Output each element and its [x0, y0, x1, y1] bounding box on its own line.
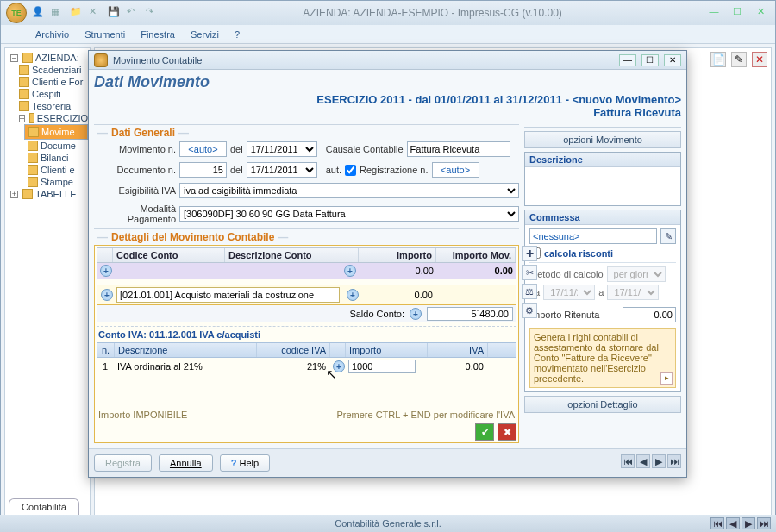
dettagli-blank-row[interactable]: + + 0.00 0.00 — [97, 263, 516, 279]
tree-esercizio[interactable]: ESERCIZIO — [37, 113, 88, 123]
confirm-ok-button[interactable]: ✔ — [475, 423, 494, 441]
menu-servizi[interactable]: Servizi — [191, 29, 219, 40]
footer-tab[interactable]: Contabilità — [9, 498, 79, 515]
footer-right: Premere CTRL + END per modificare l'IVA — [336, 410, 515, 420]
dialog-buttons: Registra Annulla Help ⏮ ◀ ▶ ⏭ — [89, 448, 686, 477]
del-label-2: del — [230, 165, 243, 175]
aut-label: aut. — [326, 165, 341, 175]
tool-cut-icon[interactable]: ✂ — [522, 265, 537, 280]
expand-icon[interactable]: – — [10, 54, 18, 62]
commessa-edit-icon[interactable]: ✎ — [660, 228, 676, 244]
mov-n-input[interactable] — [179, 141, 227, 157]
app-logo-icon: TE — [6, 3, 27, 23]
menu-archivio[interactable]: Archivio — [35, 29, 69, 40]
opzioni-movimento-button[interactable]: opzioni Movimento — [524, 131, 681, 148]
conto-input[interactable] — [116, 287, 340, 303]
tree-item[interactable]: Scadenziari — [32, 65, 81, 75]
page-heading: Dati Movimento — [94, 73, 681, 91]
row-add-icon[interactable]: + — [344, 265, 356, 277]
tree-item[interactable]: Cespiti — [32, 89, 61, 99]
warning-action-icon[interactable]: ▸ — [660, 372, 673, 385]
saldo-add-icon[interactable]: + — [410, 308, 422, 320]
iva-value: 0.00 — [427, 360, 487, 373]
dettagli-row-1[interactable]: + + 0.00 — [97, 285, 516, 305]
menu-finestra[interactable]: Finestra — [141, 29, 175, 40]
tree-item[interactable]: Tesoreria — [32, 101, 71, 111]
tree-item[interactable]: Clienti e For — [32, 77, 83, 87]
commessa-input[interactable] — [529, 228, 657, 244]
doc-date-select[interactable]: 17/11/2011 — [247, 162, 317, 178]
toolbar-person-icon[interactable]: 👤 — [32, 6, 46, 20]
doc-n-input[interactable] — [179, 162, 227, 178]
inner-body: Dati Movimento ESERCIZIO 2011 - dal 01/0… — [89, 70, 686, 448]
mov-n-label: Movimento n. — [94, 144, 176, 154]
inner-close-button[interactable]: ✕ — [664, 54, 681, 66]
row-add-icon[interactable]: + — [100, 265, 112, 277]
tree-movimenti[interactable]: Movime — [41, 127, 75, 137]
row-imp: 0.00 — [359, 288, 436, 302]
toolbar-undo-icon[interactable]: ↶ — [127, 6, 141, 20]
nav-last-icon[interactable]: ⏭ — [757, 517, 771, 529]
col-codice: Codice Conto — [113, 248, 225, 262]
toolbar-redo-icon[interactable]: ↷ — [146, 6, 160, 20]
descrizione-textarea[interactable] — [529, 171, 676, 205]
close-button[interactable]: ✕ — [751, 6, 770, 20]
nav-first-icon[interactable]: ⏮ — [710, 517, 724, 529]
opzioni-dettaglio-button[interactable]: opzioni Dettaglio — [524, 396, 681, 413]
annulla-button[interactable]: Annulla — [159, 454, 213, 472]
doc-icon[interactable]: 📄 — [710, 52, 726, 67]
minimize-button[interactable]: — — [704, 6, 723, 20]
toolbar-save-icon[interactable]: 💾 — [108, 6, 122, 20]
exercise-line: ESERCIZIO 2011 - dal 01/01/2011 al 31/12… — [94, 93, 681, 106]
toolbar-grid-icon[interactable]: ▦ — [51, 6, 65, 20]
iva-add-icon[interactable]: + — [333, 360, 345, 372]
dettagli-tools: ✚ ✂ ⚖ ⚙ — [522, 246, 537, 318]
reg-input[interactable] — [432, 162, 479, 178]
tree-item[interactable]: Stampe — [41, 177, 73, 187]
row-add-icon[interactable]: + — [101, 289, 113, 301]
registra-button[interactable]: Registra — [94, 454, 152, 472]
causale-input[interactable] — [407, 141, 510, 157]
window-buttons: — ☐ ✕ — [703, 6, 770, 20]
pag-select[interactable]: [306090DF] 30 60 90 GG Data Fattura — [179, 206, 519, 222]
nav-next-icon[interactable]: ▶ — [742, 517, 755, 529]
menu-strumenti[interactable]: Strumenti — [84, 29, 125, 40]
nav-prev-icon[interactable]: ◀ — [726, 517, 740, 529]
row-add-icon[interactable]: + — [347, 289, 359, 301]
help-button[interactable]: Help — [220, 454, 270, 472]
delete-icon[interactable]: ✕ — [752, 52, 767, 67]
nav-tree[interactable]: –AZIENDA: Scadenziari Clienti e For Cesp… — [4, 47, 91, 528]
folder-icon — [19, 101, 29, 111]
iva-row-1[interactable]: 1 IVA ordinaria al 21% 21% + 0.00 — [97, 358, 516, 375]
tool-gear-icon[interactable]: ⚙ — [522, 303, 537, 318]
dlg-nav-first-icon[interactable]: ⏮ — [621, 454, 635, 468]
toolbar-folder-icon[interactable]: 📁 — [70, 6, 84, 20]
mov-date-select[interactable]: 17/11/2011 — [247, 141, 317, 157]
tree-item[interactable]: Clienti e — [41, 165, 75, 175]
ritenuta-input[interactable] — [623, 307, 676, 322]
dlg-nav-last-icon[interactable]: ⏭ — [667, 454, 681, 468]
menu-help[interactable]: ? — [235, 29, 240, 40]
dlg-nav-next-icon[interactable]: ▶ — [652, 454, 666, 468]
tool-plus-icon[interactable]: ✚ — [522, 246, 537, 261]
tree-item[interactable]: Docume — [41, 141, 76, 151]
inner-maximize-button[interactable]: ☐ — [641, 54, 659, 66]
edit-icon[interactable]: ✎ — [731, 52, 747, 67]
folder-icon — [22, 53, 33, 63]
maximize-button[interactable]: ☐ — [728, 6, 747, 20]
tree-root[interactable]: AZIENDA: — [35, 53, 79, 63]
tool-balance-icon[interactable]: ⚖ — [522, 284, 537, 299]
tree-tabelle[interactable]: TABELLE — [35, 189, 77, 199]
toolbar-close-icon[interactable]: ✕ — [89, 6, 103, 20]
inner-minimize-button[interactable]: — — [619, 54, 636, 66]
expand-icon[interactable]: – — [19, 115, 25, 122]
tree-item[interactable]: Bilanci — [41, 153, 68, 163]
dlg-nav-prev-icon[interactable]: ◀ — [636, 454, 650, 468]
esig-select[interactable]: iva ad esigibilità immediata — [179, 183, 519, 198]
date-from-select: 17/11/2011 — [543, 285, 595, 300]
confirm-cancel-button[interactable]: ✖ — [498, 423, 516, 441]
inner-logo-icon — [94, 53, 108, 67]
expand-icon[interactable]: + — [10, 191, 18, 198]
aut-checkbox[interactable] — [345, 165, 356, 176]
iva-importo-input[interactable] — [348, 360, 416, 373]
